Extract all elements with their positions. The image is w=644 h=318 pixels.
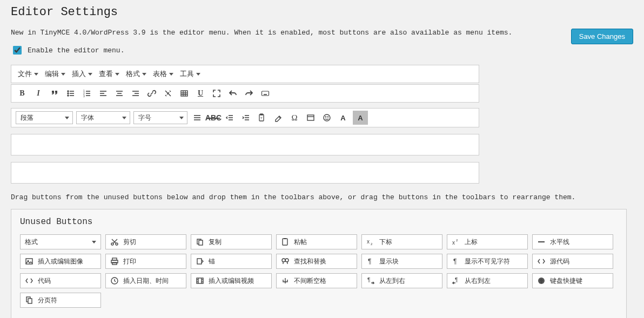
bold-button[interactable]: B bbox=[15, 86, 30, 100]
svg-point-47 bbox=[324, 114, 330, 121]
chevron-down-icon bbox=[179, 117, 184, 119]
paste-text-button[interactable]: T bbox=[254, 111, 270, 125]
svg-text:2: 2 bbox=[456, 239, 458, 242]
menu-file[interactable]: 文件 bbox=[15, 67, 42, 81]
menu-insert[interactable]: 插入 bbox=[69, 67, 96, 81]
menu-table[interactable]: 表格 bbox=[150, 67, 177, 81]
more-button[interactable] bbox=[303, 111, 318, 125]
help-icon: ? bbox=[537, 276, 546, 285]
svg-text:¶: ¶ bbox=[367, 277, 370, 283]
unused-button-label: 剪切 bbox=[123, 238, 136, 247]
unused-button-video[interactable]: 插入或编辑视频 bbox=[191, 273, 272, 288]
save-changes-button[interactable]: Save Changes bbox=[571, 29, 633, 44]
unused-button-label: 上标 bbox=[465, 238, 478, 247]
number-list-button[interactable]: 123 bbox=[79, 86, 95, 100]
emoticon-button[interactable] bbox=[319, 111, 334, 125]
unused-button-cut[interactable]: 剪切 bbox=[105, 234, 186, 249]
underline-button[interactable]: U bbox=[193, 86, 208, 100]
anchor-icon bbox=[196, 257, 204, 266]
outdent-button[interactable] bbox=[222, 111, 237, 125]
unused-button-code[interactable]: 源代码 bbox=[532, 254, 613, 269]
unused-button-label: 从右到左 bbox=[465, 276, 491, 286]
unused-button-copy[interactable]: 复制 bbox=[191, 234, 272, 249]
unused-button-label: 水平线 bbox=[550, 238, 569, 247]
image-icon bbox=[25, 257, 33, 266]
select-label: 字体 bbox=[81, 113, 94, 123]
align-right-button[interactable] bbox=[128, 86, 143, 100]
svg-text:x: x bbox=[367, 239, 370, 245]
svg-rect-72 bbox=[197, 278, 203, 283]
menu-format[interactable]: 格式 bbox=[123, 67, 150, 81]
unused-button-label: 键盘快捷键 bbox=[550, 276, 582, 286]
italic-button[interactable]: I bbox=[31, 86, 46, 100]
unused-button-search[interactable]: 查找和替换 bbox=[276, 254, 357, 269]
unused-button-pilcrow[interactable]: ¶显示不可见字符 bbox=[447, 254, 528, 269]
unused-button-blocks[interactable]: ¶显示块 bbox=[361, 254, 442, 269]
unused-buttons-heading: Unused Buttons bbox=[20, 217, 618, 227]
unused-button-label: 从左到右 bbox=[379, 276, 405, 286]
keyboard-button[interactable] bbox=[258, 86, 273, 100]
code-icon bbox=[537, 257, 546, 266]
text-color-button[interactable]: A bbox=[336, 111, 351, 125]
chevron-down-icon bbox=[142, 73, 146, 76]
editor-toolbar-3-empty[interactable] bbox=[11, 134, 479, 155]
svg-text:x: x bbox=[452, 240, 455, 246]
menu-view[interactable]: 查看 bbox=[96, 67, 123, 81]
font-family-select[interactable]: 字体 bbox=[76, 111, 130, 124]
select-label: 字号 bbox=[138, 113, 151, 123]
enable-editor-menu-checkbox[interactable] bbox=[13, 46, 22, 55]
clear-formatting-button[interactable] bbox=[271, 111, 286, 125]
unused-button-hr[interactable]: 水平线 bbox=[532, 234, 613, 249]
special-char-button[interactable]: Ω bbox=[287, 111, 302, 125]
svg-text:¶: ¶ bbox=[368, 258, 371, 265]
unused-button-nbsp[interactable]: 不间断空格 bbox=[276, 273, 357, 288]
fullscreen-button[interactable] bbox=[209, 86, 224, 100]
align-center-button[interactable] bbox=[112, 86, 127, 100]
unused-button-label: 显示不可见字符 bbox=[465, 257, 510, 266]
unused-button-codein[interactable]: 代码 bbox=[20, 273, 101, 288]
unused-button-help[interactable]: ?键盘快捷键 bbox=[532, 273, 613, 288]
svg-point-49 bbox=[327, 117, 328, 117]
unused-button-clock[interactable]: 插入日期、时间 bbox=[105, 273, 186, 288]
chevron-down-icon bbox=[65, 117, 69, 119]
table-button[interactable] bbox=[177, 86, 192, 100]
background-color-button[interactable]: A bbox=[353, 111, 368, 125]
unused-button-pagebreak[interactable]: 分页符 bbox=[20, 293, 101, 308]
font-size-select[interactable]: 字号 bbox=[133, 111, 187, 124]
unlink-button[interactable] bbox=[160, 86, 176, 100]
svg-rect-43 bbox=[260, 114, 263, 115]
svg-point-0 bbox=[68, 91, 69, 92]
editor-toolbar-4-empty[interactable] bbox=[11, 162, 479, 184]
link-button[interactable] bbox=[144, 86, 159, 100]
editor-toolbar-2: 段落 字体 字号 ABC T Ω A A bbox=[11, 108, 479, 127]
unused-button-sup[interactable]: x2上标 bbox=[447, 234, 528, 249]
menu-edit[interactable]: 编辑 bbox=[42, 67, 69, 81]
paragraph-select[interactable]: 段落 bbox=[16, 111, 73, 124]
unused-button-format[interactable]: 格式 bbox=[20, 234, 101, 249]
svg-rect-65 bbox=[112, 262, 117, 265]
unused-button-sub[interactable]: x2下标 bbox=[361, 234, 442, 249]
unused-button-image[interactable]: 插入或编辑图像 bbox=[20, 254, 101, 269]
select-label: 段落 bbox=[21, 113, 33, 123]
align-left-button[interactable] bbox=[96, 86, 111, 100]
unused-button-ltr[interactable]: ¶从左到右 bbox=[361, 273, 442, 288]
strikethrough-button[interactable]: ABC bbox=[206, 111, 221, 125]
redo-button[interactable] bbox=[242, 86, 257, 100]
enable-editor-menu-label: Enable the editor menu. bbox=[28, 46, 124, 55]
svg-rect-26 bbox=[262, 91, 269, 96]
intro-text: New in TinyMCE 4.0/WordPress 3.9 is the … bbox=[11, 29, 512, 37]
unused-button-print[interactable]: 打印 bbox=[105, 254, 186, 269]
nbsp-icon bbox=[281, 276, 290, 285]
svg-rect-84 bbox=[28, 299, 32, 303]
unused-button-rtl[interactable]: ¶从右到左 bbox=[447, 273, 528, 288]
align-justify-button[interactable] bbox=[190, 111, 205, 125]
menu-label: 查看 bbox=[99, 69, 113, 79]
blockquote-button[interactable] bbox=[47, 86, 62, 100]
bullet-list-button[interactable] bbox=[63, 86, 78, 100]
menu-tools[interactable]: 工具 bbox=[177, 67, 204, 81]
unused-button-paste[interactable]: 粘帖 bbox=[276, 234, 357, 249]
indent-button[interactable] bbox=[238, 111, 253, 125]
undo-button[interactable] bbox=[225, 86, 240, 100]
unused-button-anchor[interactable]: 锚 bbox=[191, 254, 272, 269]
svg-point-2 bbox=[68, 93, 69, 94]
